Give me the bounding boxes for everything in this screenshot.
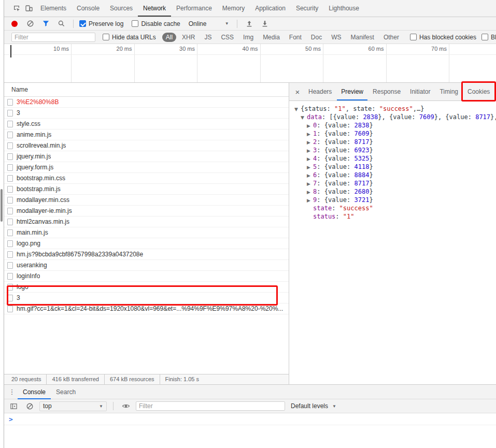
console-filter-input[interactable] bbox=[136, 401, 285, 411]
resource-type-filter[interactable]: All bbox=[162, 33, 176, 42]
preview-tree-line[interactable]: ▼{status: "1", state: "success",…} bbox=[289, 105, 496, 113]
device-toolbar-icon[interactable] bbox=[23, 2, 35, 15]
overflow-menu-icon[interactable]: ⋮ bbox=[6, 388, 18, 396]
detail-tab[interactable]: Timing bbox=[435, 83, 462, 100]
blocked-requests-checkbox[interactable]: Blocked Requests bbox=[481, 34, 496, 41]
preview-tree-line[interactable]: ▶2: {value: 8717} bbox=[289, 138, 496, 146]
main-tab[interactable]: Elements bbox=[35, 0, 72, 17]
preview-tree-line[interactable]: ▶5: {value: 4118} bbox=[289, 163, 496, 171]
resource-type-filter[interactable]: Img bbox=[239, 33, 257, 42]
main-tab[interactable]: Lighthouse bbox=[323, 0, 364, 17]
disable-cache-checkbox[interactable]: Disable cache bbox=[132, 20, 180, 27]
tree-collapsed-icon[interactable]: ▶ bbox=[307, 138, 313, 146]
main-tab[interactable]: Console bbox=[72, 0, 105, 17]
inspect-element-icon[interactable] bbox=[10, 2, 23, 15]
network-request-row[interactable]: modallayer-ie.min.js bbox=[4, 206, 289, 216]
preserve-log-checkbox[interactable]: Preserve log bbox=[79, 20, 123, 27]
tree-collapsed-icon[interactable]: ▶ bbox=[307, 196, 313, 204]
tree-expanded-icon[interactable]: ▼ bbox=[294, 105, 301, 113]
network-request-row[interactable]: logo.png bbox=[4, 238, 289, 249]
clear-network-log-icon[interactable] bbox=[24, 18, 36, 30]
resource-type-filter[interactable]: XHR bbox=[178, 33, 199, 42]
network-request-row[interactable]: jquery.min.js bbox=[4, 151, 289, 162]
preview-tree-line[interactable]: ▶3: {value: 6923} bbox=[289, 146, 496, 154]
preview-tree-line[interactable]: ▶8: {value: 2680} bbox=[289, 187, 496, 196]
network-request-row[interactable]: main.min.js bbox=[4, 227, 289, 238]
filter-funnel-icon[interactable] bbox=[39, 18, 52, 30]
main-tab[interactable]: Network bbox=[138, 0, 171, 17]
tree-collapsed-icon[interactable]: ▶ bbox=[307, 147, 313, 154]
preview-tree-line[interactable]: ▶4: {value: 5325} bbox=[289, 154, 496, 163]
search-icon[interactable] bbox=[55, 18, 67, 30]
network-request-row[interactable]: modallayer.min.css bbox=[4, 195, 289, 206]
tree-collapsed-icon[interactable]: ▶ bbox=[307, 180, 313, 187]
main-tab[interactable]: Sources bbox=[105, 0, 138, 17]
tree-collapsed-icon[interactable]: ▶ bbox=[307, 130, 313, 138]
preview-tree-line[interactable]: ▼data: [{value: 2838}, {value: 7609}, {v… bbox=[289, 113, 496, 121]
export-har-icon[interactable] bbox=[259, 18, 271, 30]
live-expression-eye-icon[interactable] bbox=[120, 400, 132, 412]
detail-tab-label: Initiator bbox=[410, 88, 430, 95]
tree-collapsed-icon[interactable]: ▶ bbox=[307, 171, 313, 179]
detail-tab[interactable]: Initiator bbox=[406, 83, 434, 100]
network-request-row[interactable]: loginInfo bbox=[4, 271, 289, 282]
preview-tree-line[interactable]: ▶7: {value: 8717} bbox=[289, 179, 496, 187]
network-request-row[interactable]: scrollreveal.min.js bbox=[4, 140, 289, 151]
preview-tree-line[interactable]: ▶9: {value: 3721} bbox=[289, 196, 496, 204]
tree-collapsed-icon[interactable]: ▶ bbox=[307, 163, 313, 171]
network-request-row[interactable]: 3 bbox=[4, 293, 289, 304]
import-har-icon[interactable] bbox=[243, 18, 256, 30]
preview-tree-line[interactable]: ▶6: {value: 8884} bbox=[289, 171, 496, 179]
drawer-tab[interactable]: Console bbox=[18, 385, 51, 399]
record-network-log-icon[interactable] bbox=[8, 18, 21, 30]
network-request-row[interactable]: hm.gif?cc=1&ck=1&cl=24-bit&ds=1920x1080&… bbox=[4, 304, 289, 314]
network-overview-timeline[interactable]: 10 ms 20 ms 30 ms 40 ms 50 ms 60 ms 70 m… bbox=[4, 44, 496, 83]
tree-expanded-icon[interactable]: ▼ bbox=[301, 113, 307, 121]
detail-tab[interactable]: Response bbox=[369, 83, 405, 100]
drawer-tab[interactable]: Search bbox=[51, 385, 81, 399]
resource-type-filter[interactable]: Other bbox=[380, 33, 403, 42]
tree-collapsed-icon[interactable]: ▶ bbox=[307, 155, 313, 163]
tree-collapsed-icon[interactable]: ▶ bbox=[307, 122, 313, 129]
page-scrollbar-thumb[interactable] bbox=[1, 189, 3, 222]
javascript-context-select[interactable]: top ▼ bbox=[39, 401, 107, 411]
resource-type-filter[interactable]: CSS bbox=[217, 33, 237, 42]
console-prompt[interactable]: > bbox=[4, 413, 496, 425]
preview-tree-line[interactable]: ▶1: {value: 7609} bbox=[289, 129, 496, 138]
name-column-header[interactable]: Name bbox=[4, 83, 289, 97]
clear-console-icon[interactable] bbox=[23, 400, 36, 412]
network-request-row[interactable]: hm.js?9bcbda9cbf86757998a2339a0437208e bbox=[4, 249, 289, 260]
network-request-row[interactable]: logo bbox=[4, 282, 289, 293]
main-tab[interactable]: Application bbox=[250, 0, 291, 17]
detail-tab[interactable]: Preview bbox=[337, 83, 367, 100]
main-tab[interactable]: Performance bbox=[171, 0, 217, 17]
throttling-select[interactable]: Online ▼ bbox=[189, 20, 229, 27]
hide-data-urls-checkbox[interactable]: Hide data URLs bbox=[103, 34, 156, 41]
network-request-row[interactable]: useranking bbox=[4, 260, 289, 271]
network-request-row[interactable]: bootstrap.min.js bbox=[4, 184, 289, 195]
network-request-row[interactable]: style.css bbox=[4, 119, 289, 129]
resource-type-filter[interactable]: Media bbox=[259, 33, 284, 42]
has-blocked-cookies-checkbox[interactable]: Has blocked cookies bbox=[410, 34, 476, 41]
main-tab[interactable]: Memory bbox=[217, 0, 250, 17]
resource-type-filter[interactable]: WS bbox=[328, 33, 345, 42]
tree-collapsed-icon[interactable]: ▶ bbox=[307, 188, 313, 196]
detail-tab[interactable]: Cookies bbox=[463, 83, 494, 100]
log-levels-select[interactable]: Default levels ▼ bbox=[289, 402, 338, 410]
console-sidebar-icon[interactable] bbox=[7, 400, 20, 412]
network-request-row[interactable]: bootstrap.min.css bbox=[4, 173, 289, 184]
network-request-row[interactable]: 3 bbox=[4, 108, 289, 119]
close-icon[interactable]: × bbox=[291, 88, 304, 96]
network-request-row[interactable]: anime.min.js bbox=[4, 129, 289, 140]
resource-type-filter[interactable]: Manifest bbox=[347, 33, 378, 42]
resource-type-filter[interactable]: Doc bbox=[307, 33, 325, 42]
network-request-row[interactable]: 3%E2%80%8B bbox=[4, 97, 289, 108]
network-request-row[interactable]: html2canvas.min.js bbox=[4, 216, 289, 227]
resource-type-filter[interactable]: Font bbox=[286, 33, 305, 42]
main-tab[interactable]: Security bbox=[291, 0, 323, 17]
network-filter-input[interactable] bbox=[11, 33, 95, 42]
preview-tree-line[interactable]: ▶0: {value: 2838} bbox=[289, 121, 496, 129]
detail-tab[interactable]: Headers bbox=[304, 83, 336, 100]
network-request-row[interactable]: jquery.form.js bbox=[4, 162, 289, 173]
resource-type-filter[interactable]: JS bbox=[201, 33, 215, 42]
